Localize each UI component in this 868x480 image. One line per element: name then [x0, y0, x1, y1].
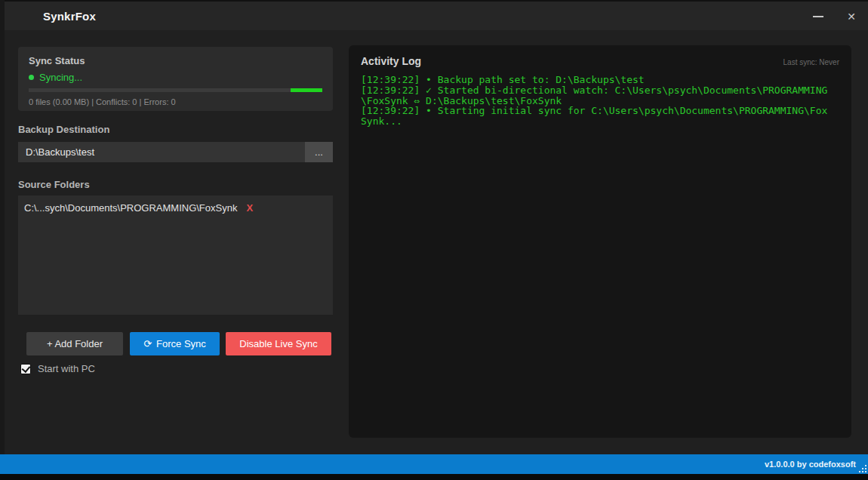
backup-destination-label: Backup Destination — [18, 124, 109, 135]
resize-grip[interactable] — [857, 463, 866, 472]
sync-status-heading: Sync Status — [29, 55, 322, 66]
force-sync-label: Force Sync — [156, 338, 206, 349]
disable-live-sync-label: Disable Live Sync — [239, 338, 317, 349]
resize-grip-icon — [865, 471, 866, 472]
add-folder-label: + Add Folder — [47, 338, 103, 349]
status-dot-icon — [29, 75, 34, 80]
sync-progress-bar — [29, 88, 322, 92]
window-bottom-edge — [0, 474, 868, 480]
minimize-icon — [813, 16, 823, 17]
sync-state-text: Syncing... — [39, 72, 82, 83]
minimize-button[interactable] — [802, 2, 835, 32]
backup-path-input[interactable] — [18, 142, 305, 162]
close-button[interactable]: ✕ — [835, 2, 868, 32]
startup-row: Start with PC — [20, 363, 95, 374]
force-sync-button[interactable]: ⟳ Force Sync — [130, 332, 220, 355]
window-controls: ✕ — [802, 2, 868, 32]
start-with-pc-label: Start with PC — [38, 363, 95, 374]
source-folders-listbox[interactable]: C:\...sych\Documents\PROGRAMMING\FoxSynk… — [18, 195, 333, 315]
app-window: SynkrFox ✕ Sync Status Syncing... 0 file… — [0, 0, 868, 480]
refresh-icon: ⟳ — [143, 339, 152, 349]
remove-folder-button[interactable]: X — [246, 202, 253, 214]
window-left-edge — [0, 0, 5, 454]
activity-log-heading: Activity Log — [361, 55, 421, 67]
browse-button[interactable]: ... — [305, 142, 333, 162]
disable-live-sync-button[interactable]: Disable Live Sync — [226, 332, 331, 355]
backup-destination-row: ... — [18, 142, 333, 162]
sync-status-card: Sync Status Syncing... 0 files (0.00 MB)… — [18, 47, 333, 111]
title-bar[interactable]: SynkrFox ✕ — [0, 0, 868, 30]
sync-stats-text: 0 files (0.00 MB) | Conflicts: 0 | Error… — [29, 97, 322, 106]
status-bar: v1.0.0.0 by codefoxsoft — [0, 454, 868, 474]
source-folders-label: Source Folders — [18, 179, 90, 190]
list-item[interactable]: C:\...sych\Documents\PROGRAMMING\FoxSynk… — [24, 202, 327, 214]
activity-log-text[interactable]: [12:39:22] • Backup path set to: D:\Back… — [361, 75, 830, 127]
app-title: SynkrFox — [43, 10, 96, 23]
sync-progress-chunk — [291, 88, 322, 92]
sync-state-row: Syncing... — [29, 72, 322, 83]
add-folder-button[interactable]: + Add Folder — [26, 332, 123, 355]
start-with-pc-checkbox[interactable] — [20, 364, 31, 374]
source-folder-path: C:\...sych\Documents\PROGRAMMING\FoxSynk — [24, 202, 237, 214]
last-sync-text: Last sync: Never — [783, 58, 839, 66]
activity-log-header: Activity Log Last sync: Never — [361, 55, 839, 67]
activity-log-panel: Activity Log Last sync: Never [12:39:22]… — [349, 45, 851, 438]
close-icon: ✕ — [847, 11, 856, 22]
version-text: v1.0.0.0 by codefoxsoft — [765, 460, 856, 469]
